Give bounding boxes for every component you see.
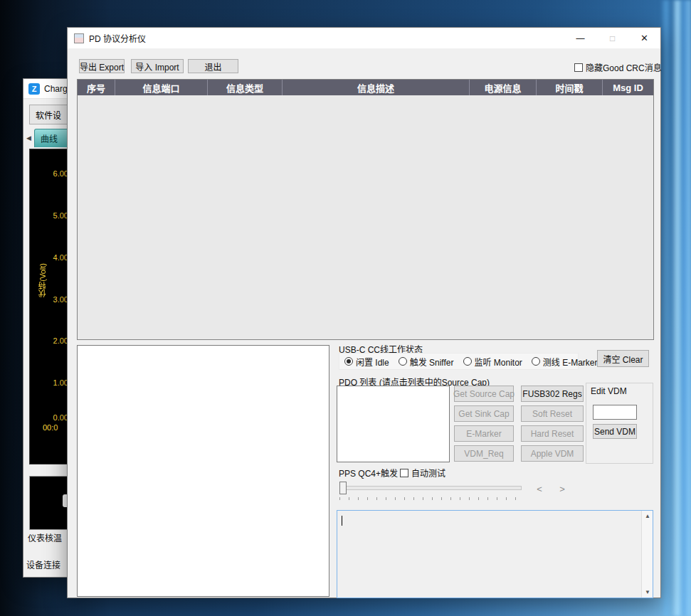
meter-core-temp-label: 仪表核温 [28, 531, 62, 543]
import-button[interactable]: 导入 Import [131, 59, 184, 73]
titlebar[interactable]: PD 协议分析仪 — □ ✕ [68, 28, 660, 48]
col-index[interactable]: 序号 [78, 80, 115, 95]
slider-groove[interactable] [339, 486, 522, 490]
radio-sniffer-label: 触发 Sniffer [410, 356, 454, 368]
col-description[interactable]: 信息描述 [283, 80, 470, 95]
radio-monitor-label: 监听 Monitor [475, 356, 522, 368]
desktop-light-streak [660, 0, 672, 616]
text-caret [342, 516, 342, 526]
chart-ytick: 6.00 [53, 169, 68, 178]
fusb302-regs-button[interactable]: FUSB302 Regs [521, 386, 584, 402]
caption-buttons: — □ ✕ [564, 28, 660, 48]
app-icon [74, 33, 84, 43]
col-type[interactable]: 信息类型 [208, 80, 283, 95]
device-connection-label: 设备连接 [26, 558, 60, 570]
auto-test-label: 自动测试 [411, 467, 445, 479]
radio-idle-label: 闲置 Idle [356, 356, 389, 368]
raw-message-listbox[interactable] [77, 345, 329, 597]
slider-handle[interactable] [339, 482, 347, 494]
pdo-button-grid: Get Source Cap FUSB302 Regs Get Sink Cap… [454, 386, 584, 462]
table-body-empty[interactable] [78, 95, 653, 341]
table-header: 序号 信息端口 信息类型 信息描述 电源信息 时间戳 Msg ID [78, 80, 653, 95]
apple-vdm-button[interactable]: Apple VDM [521, 445, 584, 462]
clear-button[interactable]: 清空 Clear [597, 350, 649, 367]
edit-vdm-title: Edit VDM [591, 386, 627, 396]
charger-app-icon: Z [28, 83, 40, 95]
slider-decrement-icon[interactable]: < [534, 483, 545, 494]
log-textarea[interactable]: ▲ ▼ [337, 510, 653, 598]
chart-ytick: 1.00 [53, 378, 68, 387]
slider-ticks [339, 497, 522, 500]
maximize-button[interactable]: □ [596, 28, 628, 48]
vdm-input[interactable] [593, 405, 637, 420]
col-power-info[interactable]: 电源信息 [470, 80, 537, 95]
get-sink-cap-button[interactable]: Get Sink Cap [454, 405, 514, 422]
radio-icon [532, 357, 540, 366]
radio-idle[interactable]: 闲置 Idle [344, 356, 389, 368]
chart-xtick: 00:0 [43, 423, 58, 432]
e-marker-button[interactable]: E-Marker [454, 425, 514, 442]
radio-sniffer[interactable]: 触发 Sniffer [399, 356, 454, 368]
scroll-down-icon[interactable]: ▼ [642, 587, 653, 598]
charger-app-window: Z Charg 软件设 ◀ 曲线 伏特(Volt) 6.00 5.00 4.00… [23, 78, 73, 578]
software-settings-button[interactable]: 软件设 [29, 105, 73, 124]
log-scrollbar[interactable]: ▲ ▼ [641, 511, 653, 598]
radio-icon [399, 357, 407, 366]
radio-emarker[interactable]: 测线 E-Marker [532, 356, 598, 368]
soft-reset-button[interactable]: Soft Reset [521, 405, 584, 422]
meter-display [29, 476, 73, 530]
hard-reset-button[interactable]: Hard Reset [521, 425, 584, 442]
chart-ytick: 2.00 [53, 336, 68, 345]
pps-trigger-label: PPS QC4+触发 [339, 467, 398, 479]
get-source-cap-button[interactable]: Get Source Cap [454, 386, 514, 402]
edit-vdm-group: Edit VDM Send VDM [586, 383, 653, 464]
scroll-up-icon[interactable]: ▲ [642, 511, 653, 521]
checkbox-icon [574, 63, 583, 72]
export-button[interactable]: 导出 Export [79, 59, 125, 73]
cc-status-radios: 闲置 Idle 触发 Sniffer 监听 Monitor 测线 E-Marke… [339, 353, 579, 370]
hide-goodcrc-label: 隐藏Good CRC消息 [586, 61, 662, 73]
vdm-req-button[interactable]: VDM_Req [454, 445, 514, 462]
window-title: PD 协议分析仪 [89, 32, 146, 44]
desktop-light-streak [682, 0, 691, 616]
close-button[interactable]: ✕ [628, 28, 660, 48]
desktop-light-streak [672, 0, 682, 616]
tab-scroll-left-icon[interactable]: ◀ [26, 134, 31, 142]
minimize-button[interactable]: — [564, 28, 596, 48]
charger-titlebar[interactable]: Z Charg [23, 79, 72, 99]
voltage-chart: 伏特(Volt) 6.00 5.00 4.00 3.00 2.00 1.00 0… [29, 149, 73, 464]
col-timestamp[interactable]: 时间戳 [537, 80, 603, 95]
radio-icon [463, 357, 472, 366]
radio-emarker-label: 测线 E-Marker [543, 356, 598, 368]
chart-ytick: 0.00 [53, 413, 68, 422]
radio-monitor[interactable]: 监听 Monitor [463, 356, 522, 368]
pdo-listbox[interactable] [337, 386, 450, 462]
chart-ytick: 3.00 [53, 295, 68, 304]
hide-goodcrc-checkbox[interactable]: 隐藏Good CRC消息 [574, 61, 662, 73]
chart-ytick: 5.00 [53, 211, 68, 220]
col-port[interactable]: 信息端口 [115, 80, 208, 95]
charger-window-title: Charg [44, 84, 68, 94]
checkbox-icon [400, 469, 408, 477]
desktop: Z Charg 软件设 ◀ 曲线 伏特(Volt) 6.00 5.00 4.00… [0, 0, 691, 616]
pps-voltage-slider[interactable] [339, 482, 522, 494]
pd-analyzer-window: PD 协议分析仪 — □ ✕ 导出 Export 导入 Import 退出 隐藏… [67, 27, 661, 598]
chart-ytick: 4.00 [53, 253, 68, 262]
slider-increment-icon[interactable]: > [557, 483, 568, 494]
auto-test-checkbox[interactable]: 自动测试 [400, 467, 445, 479]
message-table[interactable]: 序号 信息端口 信息类型 信息描述 电源信息 时间戳 Msg ID [77, 79, 654, 340]
send-vdm-button[interactable]: Send VDM [593, 424, 637, 439]
chart-y-axis-label: 伏特(Volt) [37, 263, 48, 297]
col-msg-id[interactable]: Msg ID [603, 80, 653, 95]
radio-icon [344, 357, 353, 366]
exit-button[interactable]: 退出 [188, 59, 238, 73]
